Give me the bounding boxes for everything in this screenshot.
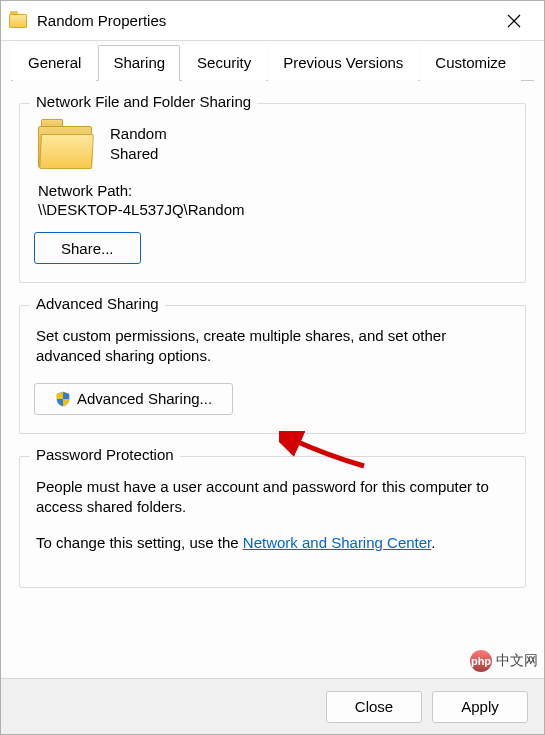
group-title: Advanced Sharing bbox=[30, 295, 165, 312]
group-title: Network File and Folder Sharing bbox=[30, 93, 257, 110]
group-title: Password Protection bbox=[30, 446, 180, 463]
tab-previous-versions[interactable]: Previous Versions bbox=[268, 45, 418, 81]
share-button[interactable]: Share... bbox=[34, 232, 141, 264]
watermark-text: 中文网 bbox=[496, 652, 538, 670]
watermark-logo-icon: php bbox=[470, 650, 492, 672]
share-status: Shared bbox=[110, 144, 167, 164]
close-icon bbox=[507, 14, 521, 28]
tab-sharing[interactable]: Sharing bbox=[98, 45, 180, 81]
network-path-value: \\DESKTOP-4L537JQ\Random bbox=[38, 201, 511, 218]
password-desc-1: People must have a user account and pass… bbox=[36, 477, 509, 518]
titlebar: Random Properties bbox=[1, 1, 544, 41]
password-desc-2: To change this setting, use the Network … bbox=[36, 533, 509, 553]
advanced-sharing-button[interactable]: Advanced Sharing... bbox=[34, 383, 233, 415]
window-title: Random Properties bbox=[37, 12, 492, 29]
advanced-sharing-label: Advanced Sharing... bbox=[77, 390, 212, 407]
watermark: php 中文网 bbox=[470, 650, 538, 672]
folder-large-icon bbox=[38, 126, 92, 168]
folder-icon bbox=[9, 14, 27, 28]
group-advanced-sharing: Advanced Sharing Set custom permissions,… bbox=[19, 305, 526, 434]
group-network-sharing: Network File and Folder Sharing Random S… bbox=[19, 103, 526, 283]
window-close-button[interactable] bbox=[492, 1, 536, 41]
uac-shield-icon bbox=[55, 391, 71, 407]
tab-strip: General Sharing Security Previous Versio… bbox=[1, 41, 544, 81]
close-button[interactable]: Close bbox=[326, 691, 422, 723]
dialog-footer: Close Apply bbox=[1, 678, 544, 734]
advanced-description: Set custom permissions, create multiple … bbox=[36, 326, 509, 367]
network-sharing-center-link[interactable]: Network and Sharing Center bbox=[243, 534, 431, 551]
tab-panel-sharing: Network File and Folder Sharing Random S… bbox=[1, 81, 544, 588]
group-password-protection: Password Protection People must have a u… bbox=[19, 456, 526, 589]
folder-name: Random bbox=[110, 124, 167, 144]
tab-customize[interactable]: Customize bbox=[420, 45, 521, 81]
tab-security[interactable]: Security bbox=[182, 45, 266, 81]
tab-general[interactable]: General bbox=[13, 45, 96, 81]
apply-button[interactable]: Apply bbox=[432, 691, 528, 723]
properties-dialog: Random Properties General Sharing Securi… bbox=[0, 0, 545, 735]
network-path-label: Network Path: bbox=[38, 182, 511, 199]
